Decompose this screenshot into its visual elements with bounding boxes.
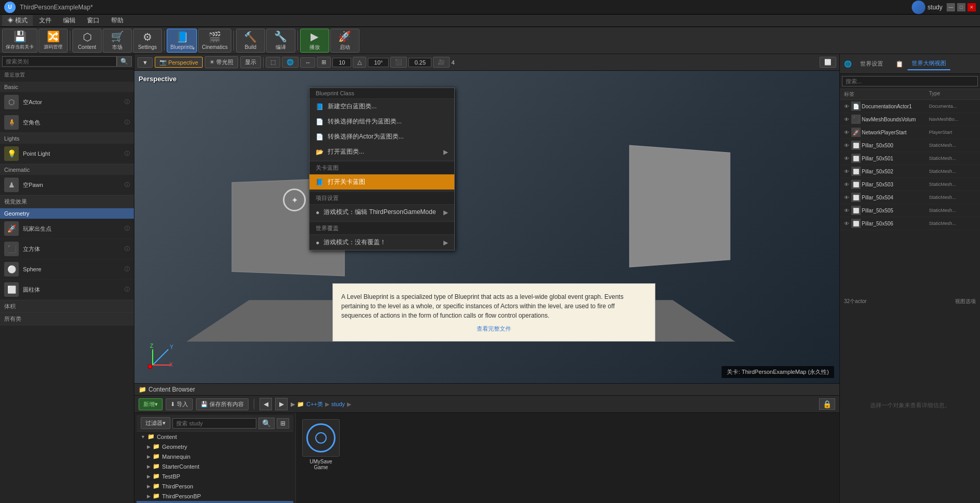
search-input[interactable] (172, 418, 256, 429)
tree-cpp-classes[interactable]: ▼ 📁 C++类 (137, 501, 293, 503)
launch-button[interactable]: 🚀 启动 (330, 29, 359, 53)
lock-button[interactable]: 🔒 (819, 398, 835, 410)
cam-wireframe-button[interactable]: ⬚ (266, 57, 280, 68)
actor-row-pillar-501[interactable]: 👁 ⬜ Pillar_50x501 StaticMesh... (840, 152, 980, 165)
tab-world-settings[interactable]: 世界设置 (856, 58, 887, 70)
actor-row-pillar-502[interactable]: 👁 ⬜ Pillar_50x502 StaticMesh... (840, 165, 980, 178)
minimize-button[interactable]: — (947, 3, 955, 11)
menu-window[interactable]: 窗口 (82, 15, 105, 26)
item-cube[interactable]: ⬛ 立方体 ⓘ (0, 239, 134, 259)
category-basic-header[interactable]: Basic (0, 82, 134, 92)
category-visual-header[interactable]: 视觉效果 (0, 196, 134, 208)
item-empty-pawn[interactable]: ♟ 空Pawn ⓘ (0, 175, 134, 195)
blueprint-convert-component[interactable]: 📄 转换选择的组件为蓝图类... (309, 114, 454, 129)
lighting-button[interactable]: ☀ 带光照 (205, 56, 238, 68)
item-empty-char[interactable]: 🧍 空角色 ⓘ (0, 112, 134, 133)
actor-row-pillar-505[interactable]: 👁 ⬜ Pillar_50x505 StaticMesh... (840, 204, 980, 217)
category-cinematic-header[interactable]: Cinematic (0, 165, 134, 175)
cb-expand-button[interactable]: ⊞ (277, 418, 289, 429)
tree-starter-content[interactable]: ▶ 📁 StarterContent (137, 461, 293, 471)
tree-geometry[interactable]: ▶ 📁 Geometry (137, 442, 293, 451)
blueprint-open-class[interactable]: 📂 打开蓝图类... ▶ (309, 144, 454, 159)
cylinder-info[interactable]: ⓘ (125, 286, 130, 293)
item-player-spawn[interactable]: 🚀 玩家出生点 ⓘ (0, 219, 134, 239)
item-cylinder[interactable]: ⬜ 圆柱体 ⓘ (0, 280, 134, 300)
menu-help[interactable]: 帮助 (106, 15, 129, 26)
source-control-button[interactable]: 🔀 源码管理 (39, 29, 68, 53)
filter-button[interactable]: 过滤器▾ (141, 417, 170, 429)
nav-back-button[interactable]: ◀ (259, 398, 272, 410)
import-button[interactable]: ⬇ 导入 (166, 398, 193, 410)
actor-row-navmesh[interactable]: 👁 ⬛ NavMeshBoundsVolum NavMeshBo... (840, 113, 980, 126)
compile-button[interactable]: 🔧 编译 (266, 29, 295, 53)
cam-grid-button[interactable]: ⊞ (317, 57, 331, 68)
item-point-light[interactable]: 💡 Point Light ⓘ (0, 144, 134, 164)
item-sphere[interactable]: ⚪ Sphere ⓘ (0, 259, 134, 280)
player-spawn-info[interactable]: ⓘ (125, 225, 130, 232)
item-empty-actor[interactable]: ⬡ 空Actor ⓘ (0, 92, 134, 112)
tab-world-outline[interactable]: 世界大纲视图 (908, 57, 950, 70)
point-light-info[interactable]: ⓘ (125, 150, 130, 157)
category-all-header[interactable]: 所有类 (0, 313, 134, 325)
tree-thirdpersonbp[interactable]: ▶ 📁 ThirdPersonBP (137, 491, 293, 501)
search-category-input[interactable] (2, 56, 117, 67)
actor-row-pillar-503[interactable]: 👁 ⬜ Pillar_50x503 StaticMesh... (840, 178, 980, 191)
sphere-info[interactable]: ⓘ (125, 266, 130, 273)
search-category-button[interactable]: 🔍 (117, 56, 132, 67)
search-button[interactable]: 🔍 (258, 418, 275, 429)
close-button[interactable]: ✕ (967, 3, 976, 11)
actor-row-documentation[interactable]: 👁 📄 DocumentationActor1 Documenta... (840, 100, 980, 113)
tree-mannequin[interactable]: ▶ 📁 Mannequin (137, 451, 293, 461)
menu-file[interactable]: 文件 (34, 15, 57, 26)
empty-pawn-info[interactable]: ⓘ (125, 181, 130, 188)
empty-char-info[interactable]: ⓘ (125, 119, 130, 126)
blueprints-button[interactable]: 📘 Blueprints ▼ (167, 29, 197, 53)
category-lights-header[interactable]: Lights (0, 133, 134, 144)
cube-info[interactable]: ⓘ (125, 245, 130, 253)
actor-row-pillar-500[interactable]: 👁 ⬜ Pillar_50x500 StaticMesh... (840, 139, 980, 152)
nav-forward-button[interactable]: ▶ (275, 398, 288, 410)
category-volumes-header[interactable]: 体积 (0, 300, 134, 312)
maximize-button[interactable]: □ (957, 3, 965, 11)
cam-perspective-button[interactable]: 🌐 (282, 57, 299, 68)
scale-input[interactable] (408, 58, 431, 67)
menu-edit[interactable]: 编辑 (58, 15, 81, 26)
content-browser-assets[interactable]: UMySaveGame (296, 413, 839, 503)
perspective-button[interactable]: 📷 Perspective (155, 57, 203, 68)
viewport-3d[interactable]: ✦ Perspective X Z Y (134, 71, 839, 383)
blueprint-convert-actor[interactable]: 📄 转换选择的Actor为蓝图类... (309, 129, 454, 144)
new-content-button[interactable]: 新增▾ (139, 398, 163, 410)
view-options-label[interactable]: 视图选项 (955, 298, 976, 305)
blueprint-game-mode[interactable]: ● 游戏模式：编辑 ThirdPersonGameMode ▶ (309, 205, 454, 220)
cam-translate-button[interactable]: ↔ (300, 57, 315, 68)
tree-content-root[interactable]: ▼ 📁 Content (137, 432, 293, 442)
angle-input[interactable] (368, 58, 389, 67)
right-search-input[interactable] (842, 76, 978, 86)
actor-row-pillar-504[interactable]: 👁 ⬜ Pillar_50x504 StaticMesh... (840, 191, 980, 204)
modes-button[interactable]: ◈ 模式 (2, 15, 33, 26)
empty-actor-info[interactable]: ⓘ (125, 98, 130, 106)
tree-thirdperson[interactable]: ▶ 📁 ThirdPerson (137, 481, 293, 491)
tooltip-link[interactable]: 查看完整文件 (341, 324, 647, 333)
blueprint-world-override[interactable]: ● 游戏模式：没有覆盖！ ▶ (309, 235, 454, 250)
blueprint-new-empty[interactable]: 📘 新建空白蓝图类... (309, 99, 454, 114)
breadcrumb-project[interactable]: study (331, 401, 345, 407)
actor-row-playerstart[interactable]: 👁 🚀 NetworkPlayerStart PlayerStart (840, 126, 980, 139)
market-button[interactable]: 🛒 市场 (103, 29, 132, 53)
cinematics-button[interactable]: 🎬 Cinematics (198, 29, 231, 53)
category-geometry-header[interactable]: Geometry (0, 208, 134, 219)
save-current-level-button[interactable]: 💾 保存当前关卡 (2, 29, 38, 53)
maximize-viewport-button[interactable]: ⬜ (820, 57, 836, 68)
breadcrumb-cpp[interactable]: C++类 (306, 400, 323, 408)
build-button[interactable]: 🔨 Build (236, 29, 265, 53)
tree-testbp[interactable]: ▶ 📁 TestBP (137, 471, 293, 481)
play-button[interactable]: ▶ 播放 (300, 29, 329, 53)
actor-row-pillar-506[interactable]: 👁 ⬜ Pillar_50x506 StaticMesh... (840, 217, 980, 230)
show-button[interactable]: 显示 (240, 56, 261, 68)
blueprint-open-level[interactable]: 📘 打开关卡蓝图 (309, 174, 454, 190)
save-all-button[interactable]: 💾 保存所有内容 (196, 398, 249, 410)
cam-speed-button[interactable]: 🎥 (433, 57, 450, 68)
settings-button[interactable]: ⚙ Settings (133, 29, 162, 53)
asset-umy-save-game[interactable]: UMySaveGame (300, 417, 342, 472)
content-button[interactable]: ⬡ Content (72, 29, 102, 53)
